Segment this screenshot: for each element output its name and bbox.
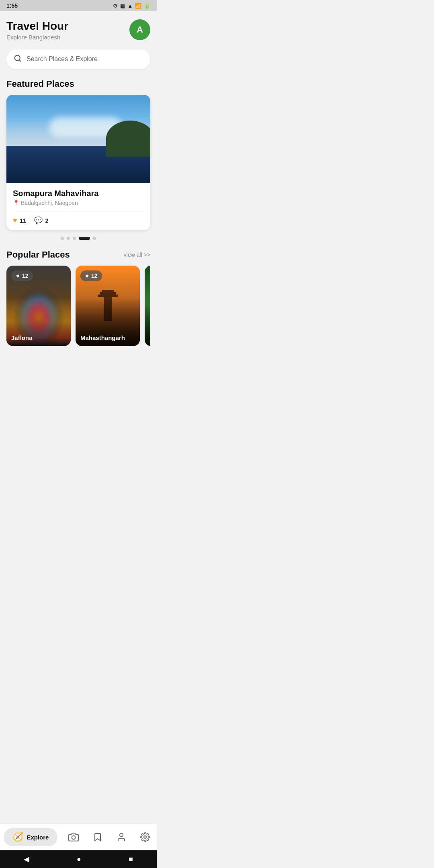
featured-section-header: Featured Places: [6, 79, 150, 89]
wifi-icon: ▲: [127, 3, 133, 9]
like-count: 11: [20, 217, 27, 224]
popular-section: Popular Places view all >>: [6, 250, 150, 349]
badge-heart-icon-2: ♥: [85, 272, 89, 279]
status-icons: ⚙ ▦ ▲ 📶 🔋: [113, 3, 150, 9]
featured-dots: [6, 237, 150, 240]
badge-heart-icon-1: ♥: [16, 272, 20, 279]
dot-2[interactable]: [67, 237, 70, 240]
popular-card-3[interactable]: ♥ 9 Bichanako: [145, 266, 150, 346]
popular-section-header: Popular Places view all >>: [6, 250, 150, 260]
popular-card-1-name: Jaflona: [11, 334, 66, 341]
popular-card-1-likes: 12: [22, 272, 29, 279]
search-bar[interactable]: Search Places & Explore: [6, 49, 150, 69]
battery-icon: 🔋: [144, 3, 150, 9]
popular-card-1-badge: ♥ 12: [11, 270, 33, 281]
featured-divider: [13, 211, 144, 211]
search-placeholder: Search Places & Explore: [27, 55, 98, 63]
view-all-link[interactable]: view all >>: [124, 252, 150, 258]
popular-card-2-name: Mahasthangarh: [80, 334, 135, 341]
dot-1[interactable]: [61, 237, 64, 240]
dot-4-active[interactable]: [79, 237, 90, 240]
popular-card-2[interactable]: ♥ 12 Mahasthangarh: [76, 266, 140, 346]
dot-5[interactable]: [93, 237, 96, 240]
featured-card[interactable]: Somapura Mahavihara 📍 Badalgachhi, Naogo…: [6, 95, 150, 230]
popular-section-title: Popular Places: [6, 250, 70, 260]
popular-card-3-name: Bichanako: [149, 334, 150, 341]
user-avatar[interactable]: A: [129, 19, 150, 40]
popular-card-1[interactable]: ♥ 12 Jaflona: [6, 266, 71, 346]
header-title-group: Travel Hour Explore Bangladesh: [6, 19, 68, 41]
status-bar: 1:55 ⚙ ▦ ▲ 📶 🔋: [0, 0, 157, 11]
main-content: Travel Hour Explore Bangladesh A Search …: [0, 11, 157, 398]
comment-count: 2: [45, 217, 48, 224]
like-stat: ♥ 11: [13, 216, 26, 225]
app-header: Travel Hour Explore Bangladesh A: [6, 19, 150, 41]
svg-line-1: [19, 59, 21, 61]
featured-image: [6, 95, 150, 183]
featured-place-location: 📍 Badalgachhi, Naogoan: [13, 200, 144, 206]
comment-stat: 💬 2: [34, 216, 48, 225]
featured-stats: ♥ 11 💬 2: [13, 216, 144, 225]
popular-card-2-badge: ♥ 12: [80, 270, 102, 281]
svg-rect-5: [100, 292, 116, 295]
featured-card-info: Somapura Mahavihara 📍 Badalgachhi, Naogo…: [6, 183, 150, 230]
app-subtitle: Explore Bangladesh: [6, 34, 68, 41]
featured-section-title: Featured Places: [6, 79, 74, 89]
dot-3[interactable]: [73, 237, 76, 240]
gear-icon: ⚙: [113, 3, 118, 9]
signal-icon: 📶: [135, 3, 141, 9]
location-pin-icon: 📍: [13, 200, 19, 206]
svg-rect-4: [102, 290, 114, 292]
popular-cards-row: ♥ 12 Jaflona: [6, 266, 150, 349]
search-icon: [14, 54, 22, 64]
svg-rect-6: [98, 295, 118, 297]
featured-place-name: Somapura Mahavihara: [13, 189, 144, 198]
status-time: 1:55: [6, 2, 18, 9]
heart-icon: ♥: [13, 216, 17, 225]
sim-icon: ▦: [120, 3, 125, 9]
popular-card-2-likes: 12: [91, 272, 98, 279]
app-title: Travel Hour: [6, 19, 68, 33]
comment-icon: 💬: [34, 216, 43, 225]
